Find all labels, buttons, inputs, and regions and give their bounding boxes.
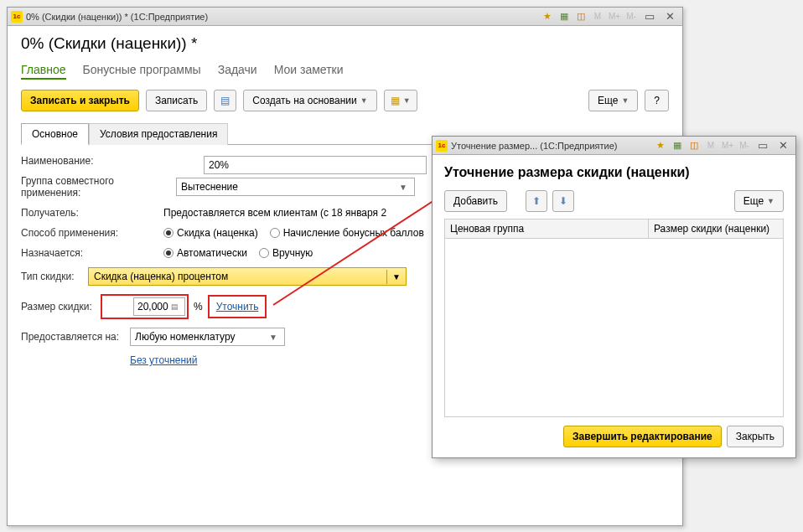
finish-editing-button[interactable]: Завершить редактирование xyxy=(563,426,722,447)
name-input[interactable] xyxy=(204,156,427,174)
m-icon[interactable]: M xyxy=(590,10,605,23)
chevron-down-icon[interactable]: ▼ xyxy=(267,333,280,342)
radio-icon xyxy=(259,248,269,258)
method-opt-bonus[interactable]: Начисление бонусных баллов xyxy=(270,227,424,239)
method-opt2-label: Начисление бонусных баллов xyxy=(283,227,424,239)
size-label: Размер скидки: xyxy=(21,301,101,312)
app-icon: 1c xyxy=(436,140,448,152)
type-select[interactable]: Скидка (наценка) процентом ▼ xyxy=(88,267,407,286)
move-down-button[interactable]: ⬇ xyxy=(552,190,574,212)
method-opt-discount[interactable]: Скидка (наценка) xyxy=(163,227,258,239)
col-price-group[interactable]: Ценовая группа xyxy=(445,220,649,238)
no-clarify-link[interactable]: Без уточнений xyxy=(130,354,197,366)
dialog-more-label: Еще xyxy=(743,195,764,207)
tab-main[interactable]: Главное xyxy=(21,61,66,80)
favorite-icon[interactable]: ★ xyxy=(653,139,668,152)
name-label: Наименование: xyxy=(21,155,163,167)
save-close-button[interactable]: Записать и закрыть xyxy=(21,90,139,111)
minimize-icon[interactable]: ▭ xyxy=(754,139,772,152)
tab-notes[interactable]: Мои заметки xyxy=(274,61,344,80)
arrow-down-icon: ⬇ xyxy=(559,195,567,207)
dialog-body: Уточнение размера скидки (наценки) Добав… xyxy=(433,155,795,457)
dialog-more-button[interactable]: Еще ▼ xyxy=(734,190,784,212)
assign-opt1-label: Автоматически xyxy=(177,247,247,259)
calculator-icon[interactable]: ▦ xyxy=(557,10,572,23)
chevron-down-icon[interactable]: ▼ xyxy=(386,270,406,284)
radio-icon xyxy=(163,228,174,238)
m-minus-icon[interactable]: M- xyxy=(737,139,752,152)
main-tabs: Главное Бонусные программы Задачи Мои за… xyxy=(21,61,669,80)
group-select[interactable]: Вытеснение ▼ xyxy=(176,178,415,196)
clarify-highlight: Уточнить xyxy=(208,295,267,318)
assign-opt-manual[interactable]: Вручную xyxy=(259,247,313,259)
close-icon[interactable]: ✕ xyxy=(661,10,679,23)
provided-select[interactable]: Любую номенклатуру ▼ xyxy=(130,328,285,346)
page-title: 0% (Скидки (наценки)) * xyxy=(21,34,669,53)
subtab-conditions[interactable]: Условия предоставления xyxy=(89,123,228,145)
calendar-icon[interactable]: ◫ xyxy=(573,10,588,23)
minimize-icon[interactable]: ▭ xyxy=(640,10,659,23)
col-discount-size[interactable]: Размер скидки (наценки) xyxy=(649,220,783,238)
type-label: Тип скидки: xyxy=(21,271,88,282)
more-label: Еще xyxy=(598,95,618,106)
clarify-dialog: 1c Уточнение размер... (1С:Предприятие) … xyxy=(432,136,796,458)
list-icon-button[interactable]: ▤ xyxy=(214,90,236,111)
move-up-button[interactable]: ⬆ xyxy=(526,190,547,212)
radio-icon xyxy=(163,248,174,258)
chevron-down-icon: ▼ xyxy=(360,96,368,105)
create-based-button[interactable]: Создать на основании ▼ xyxy=(243,90,376,111)
close-icon[interactable]: ✕ xyxy=(774,139,792,152)
chevron-down-icon: ▼ xyxy=(403,96,411,105)
main-toolbar: Записать и закрыть Записать ▤ Создать на… xyxy=(21,90,669,111)
method-opt1-label: Скидка (наценка) xyxy=(177,227,258,239)
chevron-down-icon: ▼ xyxy=(767,197,775,205)
save-button[interactable]: Записать xyxy=(146,90,207,111)
main-titlebar[interactable]: 1c 0% (Скидки (наценки)) * (1С:Предприят… xyxy=(8,8,682,26)
assign-opt-auto[interactable]: Автоматически xyxy=(163,247,247,259)
dialog-title: Уточнение размера скидки (наценки) xyxy=(444,165,784,180)
favorite-icon[interactable]: ★ xyxy=(540,10,555,23)
app-icon: 1c xyxy=(11,11,23,23)
more-button[interactable]: Еще ▼ xyxy=(588,90,638,111)
size-value: 20,000 xyxy=(137,301,168,312)
dialog-close-button[interactable]: Закрыть xyxy=(727,426,784,447)
assign-label: Назначается: xyxy=(21,247,163,259)
tab-bonus[interactable]: Бонусные программы xyxy=(83,61,201,80)
m-plus-icon[interactable]: M+ xyxy=(720,139,735,152)
help-button[interactable]: ? xyxy=(645,90,669,111)
size-unit: % xyxy=(194,301,203,312)
list-icon: ▤ xyxy=(220,95,230,106)
provided-value: Любую номенклатуру xyxy=(135,331,267,343)
tab-tasks[interactable]: Задачи xyxy=(218,61,257,80)
table-header: Ценовая группа Размер скидки (наценки) xyxy=(445,220,783,239)
document-icon: ▦ xyxy=(391,95,400,106)
size-highlight: 20,000▤ xyxy=(101,294,189,319)
chevron-down-icon[interactable]: ▼ xyxy=(396,183,410,192)
clarify-table[interactable]: Ценовая группа Размер скидки (наценки) xyxy=(444,219,784,417)
arrow-up-icon: ⬆ xyxy=(532,195,541,207)
method-radio-group: Скидка (наценка) Начисление бонусных бал… xyxy=(163,227,424,239)
titlebar-actions: ★ ▦ ◫ M M+ M- ▭ ✕ xyxy=(540,10,679,23)
dialog-titlebar-text: Уточнение размер... (1С:Предприятие) xyxy=(451,141,653,151)
m-icon[interactable]: M xyxy=(703,139,718,152)
size-input[interactable]: 20,000▤ xyxy=(133,297,185,316)
subtab-main[interactable]: Основное xyxy=(21,123,89,145)
spinner-icon[interactable]: ▤ xyxy=(171,302,179,311)
dialog-footer: Завершить редактирование Закрыть xyxy=(444,417,784,447)
recipient-label: Получатель: xyxy=(21,207,163,219)
group-label: Группа совместного применения: xyxy=(21,175,176,199)
m-plus-icon[interactable]: M+ xyxy=(607,10,622,23)
m-minus-icon[interactable]: M- xyxy=(624,10,639,23)
titlebar-text: 0% (Скидки (наценки)) * (1С:Предприятие) xyxy=(26,12,540,22)
type-value: Скидка (наценка) процентом xyxy=(89,268,386,285)
chevron-down-icon: ▼ xyxy=(621,96,629,105)
calendar-icon[interactable]: ◫ xyxy=(686,139,702,152)
create-based-label: Создать на основании xyxy=(252,95,357,106)
calculator-icon[interactable]: ▦ xyxy=(670,139,685,152)
provided-label: Предоставляется на: xyxy=(21,331,130,343)
clarify-link[interactable]: Уточнить xyxy=(211,298,264,315)
document-icon-button[interactable]: ▦▼ xyxy=(384,90,417,111)
dialog-titlebar[interactable]: 1c Уточнение размер... (1С:Предприятие) … xyxy=(433,137,795,155)
dialog-toolbar: Добавить ⬆ ⬇ Еще ▼ xyxy=(444,190,784,212)
add-button[interactable]: Добавить xyxy=(444,190,507,212)
